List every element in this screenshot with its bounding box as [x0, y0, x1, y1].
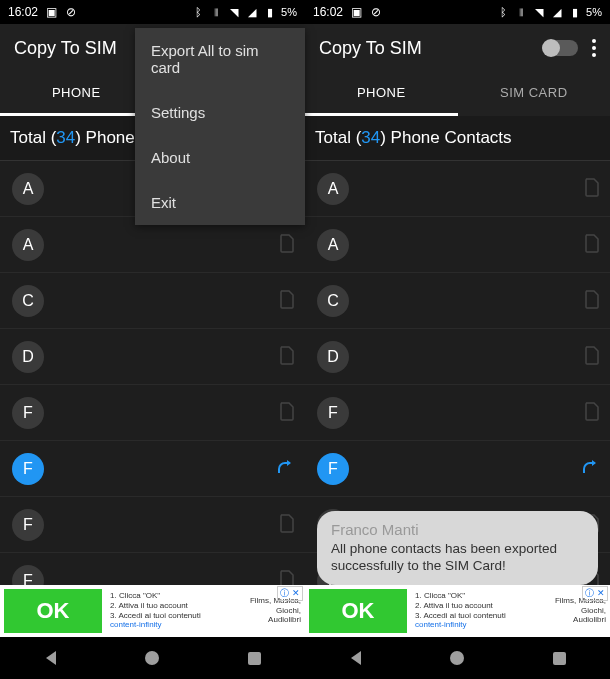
signal-icon: ◢ [550, 5, 564, 19]
image-icon: ▣ [349, 5, 363, 19]
sim-icon[interactable] [279, 233, 295, 257]
wifi-icon: ◥ [532, 5, 546, 19]
total-count: 34 [361, 128, 380, 147]
list-item[interactable]: A [305, 217, 610, 273]
list-item[interactable]: D [305, 329, 610, 385]
avatar: A [317, 229, 349, 261]
sim-icon[interactable] [584, 233, 600, 257]
list-item[interactable]: D [0, 329, 305, 385]
list-item[interactable]: F [0, 497, 305, 553]
dnd-icon: ⊘ [369, 5, 383, 19]
ad-close-icon[interactable]: ⓘ ✕ [582, 586, 608, 601]
list-item[interactable]: F [0, 385, 305, 441]
svg-point-2 [450, 651, 464, 665]
signal-icon: ◢ [245, 5, 259, 19]
nav-home-button[interactable] [132, 643, 172, 673]
avatar: F [12, 453, 44, 485]
image-icon: ▣ [44, 5, 58, 19]
tab-phone[interactable]: PHONE [0, 72, 153, 116]
share-icon[interactable] [582, 459, 600, 479]
avatar: A [12, 229, 44, 261]
vibrate-icon: ⫴ [209, 5, 223, 19]
share-icon[interactable] [277, 459, 295, 479]
avatar: A [317, 173, 349, 205]
nav-back-button[interactable] [31, 643, 71, 673]
sim-icon[interactable] [279, 345, 295, 369]
status-bar: 16:02 ▣ ⊘ ᛒ ⫴ ◥ ◢ ▮ 5% [0, 0, 305, 24]
ad-ok-button[interactable]: OK [309, 589, 407, 633]
battery-percent: 5% [586, 6, 602, 18]
battery-icon: ▮ [263, 5, 277, 19]
total-row: Total (34) Phone Contacts [305, 116, 610, 161]
total-prefix: Total ( [10, 128, 56, 147]
nav-bar [305, 637, 610, 679]
sim-icon[interactable] [279, 289, 295, 313]
status-time: 16:02 [8, 5, 38, 19]
list-item[interactable]: C [0, 273, 305, 329]
avatar: F [317, 397, 349, 429]
menu-about[interactable]: About [135, 135, 305, 180]
list-item[interactable]: C [305, 273, 610, 329]
nav-home-button[interactable] [437, 643, 477, 673]
ad-banner[interactable]: OK 1. Clicca "OK" 2. Attiva il tuo accou… [0, 585, 305, 637]
avatar: F [12, 509, 44, 541]
svg-point-0 [145, 651, 159, 665]
sim-icon[interactable] [279, 401, 295, 425]
sim-icon[interactable] [584, 177, 600, 201]
toast-contact-name: Franco Manti [331, 521, 584, 538]
list-item[interactable]: A [0, 217, 305, 273]
menu-settings[interactable]: Settings [135, 90, 305, 135]
list-item[interactable]: F [305, 441, 610, 497]
menu-exit[interactable]: Exit [135, 180, 305, 225]
toggle-switch[interactable] [544, 40, 578, 56]
wifi-icon: ◥ [227, 5, 241, 19]
list-item[interactable]: F [0, 441, 305, 497]
svg-rect-1 [248, 652, 261, 665]
total-suffix: ) Phone Contacts [380, 128, 511, 147]
nav-bar [0, 637, 305, 679]
ad-text-right: Films, Musica, Giochi, Audiolibri [246, 597, 305, 625]
list-item[interactable]: A [305, 161, 610, 217]
list-item[interactable]: F [0, 553, 305, 585]
ad-banner[interactable]: OK 1. Clicca "OK" 2. Attiva il tuo accou… [305, 585, 610, 637]
svg-rect-3 [553, 652, 566, 665]
tabs: PHONE SIM CARD [305, 72, 610, 116]
avatar: F [12, 397, 44, 429]
ad-ok-button[interactable]: OK [4, 589, 102, 633]
battery-icon: ▮ [568, 5, 582, 19]
app-title: Copy To SIM [319, 38, 422, 59]
app-bar: Copy To SIM [305, 24, 610, 72]
toast: Franco Manti All phone contacts has been… [317, 511, 598, 585]
ad-close-icon[interactable]: ⓘ ✕ [277, 586, 303, 601]
avatar: D [12, 341, 44, 373]
nav-recent-button[interactable] [234, 643, 274, 673]
battery-percent: 5% [281, 6, 297, 18]
overflow-menu: Export All to sim card Settings About Ex… [135, 28, 305, 225]
avatar: F [12, 565, 44, 586]
menu-export[interactable]: Export All to sim card [135, 28, 305, 90]
avatar: C [12, 285, 44, 317]
avatar: F [317, 453, 349, 485]
tab-sim-card[interactable]: SIM CARD [458, 72, 611, 116]
tab-phone[interactable]: PHONE [305, 72, 458, 116]
list-item[interactable]: F [305, 385, 610, 441]
sim-icon[interactable] [584, 289, 600, 313]
sim-icon[interactable] [279, 513, 295, 537]
avatar: D [317, 341, 349, 373]
avatar: C [317, 285, 349, 317]
status-bar: 16:02 ▣ ⊘ ᛒ ⫴ ◥ ◢ ▮ 5% [305, 0, 610, 24]
screen-left: 16:02 ▣ ⊘ ᛒ ⫴ ◥ ◢ ▮ 5% Copy To SIM PHONE… [0, 0, 305, 679]
nav-recent-button[interactable] [539, 643, 579, 673]
ad-text: 1. Clicca "OK" 2. Attiva il tuo account … [106, 592, 205, 630]
nav-back-button[interactable] [336, 643, 376, 673]
sim-icon[interactable] [279, 569, 295, 586]
status-time: 16:02 [313, 5, 343, 19]
bluetooth-icon: ᛒ [496, 5, 510, 19]
app-title: Copy To SIM [14, 38, 117, 59]
sim-icon[interactable] [584, 345, 600, 369]
overflow-button[interactable] [592, 39, 596, 57]
avatar: A [12, 173, 44, 205]
vibrate-icon: ⫴ [514, 5, 528, 19]
toast-message: All phone contacts has been exported suc… [331, 540, 584, 575]
sim-icon[interactable] [584, 401, 600, 425]
